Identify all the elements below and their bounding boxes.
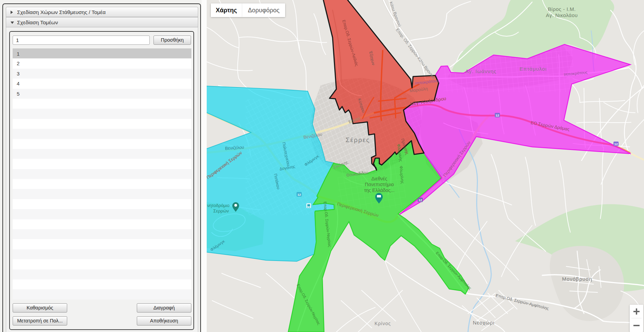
svg-text:Πανεπιστήμιο: Πανεπιστήμιο — [365, 182, 394, 187]
svg-text:12: 12 — [419, 198, 422, 202]
svg-text:Επτάμυλοι: Επτάμυλοι — [519, 66, 547, 72]
svg-text:της Ελλάδος...: της Ελλάδος... — [364, 188, 394, 193]
svg-text:Σερρών: Σερρών — [213, 208, 229, 213]
svg-text:Νεοχώρι: Νεοχώρι — [473, 320, 495, 326]
svg-text:12: 12 — [496, 113, 499, 117]
svg-text:Κρίνος: Κρίνος — [375, 321, 391, 326]
svg-text:Βίρος - Ι.Μ.: Βίρος - Ι.Μ. — [548, 6, 576, 12]
svg-text:νητοδρόμιο: νητοδρόμιο — [207, 203, 229, 208]
svg-text:Σέρρες: Σέρρες — [346, 136, 370, 143]
svg-text:Διεθνές: Διεθνές — [371, 176, 387, 181]
svg-text:Μονόβρυση: Μονόβρυση — [562, 276, 592, 282]
svg-text:Αγ. Νικολάου: Αγ. Νικολάου — [546, 12, 578, 18]
svg-text:12: 12 — [614, 142, 618, 146]
svg-text:12: 12 — [297, 193, 301, 196]
svg-text:Αγ. Ιωάννης: Αγ. Ιωάννης — [465, 68, 497, 74]
